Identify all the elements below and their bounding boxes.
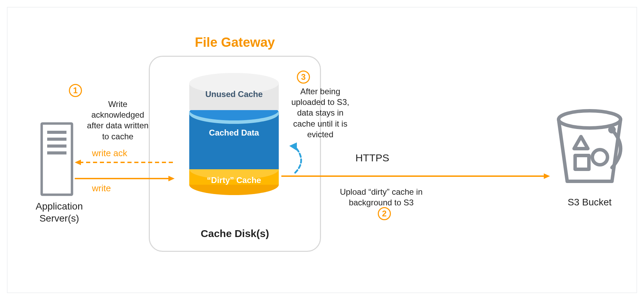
- step-1-description: Write acknowledged after data written to…: [85, 99, 150, 142]
- svg-marker-23: [289, 142, 297, 151]
- cylinder-cached-label: Cached Data: [187, 128, 281, 138]
- svg-marker-22: [544, 173, 550, 179]
- s3-bucket-icon: [552, 104, 627, 186]
- write-ack-label: write ack: [92, 148, 127, 159]
- step-2-description: Upload “dirty” cache in background to S3: [336, 186, 426, 208]
- svg-point-13: [559, 111, 621, 128]
- svg-rect-15: [575, 156, 589, 169]
- svg-rect-10: [47, 138, 66, 141]
- cylinder-dirty-label: “Dirty” Cache: [187, 175, 281, 185]
- https-label: HTTPS: [355, 152, 389, 164]
- evict-curved-arrow: [283, 138, 311, 176]
- write-arrow: [75, 175, 175, 182]
- https-arrow: [281, 173, 550, 180]
- svg-marker-18: [75, 160, 81, 165]
- svg-rect-12: [47, 151, 66, 154]
- step-3-description: After being uploaded to S3, data stays i…: [289, 86, 351, 140]
- svg-rect-9: [47, 131, 66, 134]
- application-server-label: Application Server(s): [25, 200, 94, 224]
- svg-point-16: [592, 150, 607, 165]
- svg-rect-8: [42, 124, 72, 195]
- step-1-badge: 1: [69, 84, 82, 97]
- write-ack-arrow: [75, 159, 175, 166]
- cylinder-unused-label: Unused Cache: [187, 89, 281, 99]
- app-server-text-1: Application Server(s): [36, 201, 83, 224]
- diagram-title: File Gateway: [149, 35, 321, 50]
- svg-marker-20: [168, 176, 175, 181]
- diagram-frame: File Gateway Unused Cache Cached Data “D…: [7, 7, 637, 293]
- step-2-badge: 2: [378, 207, 391, 220]
- cache-disk-label: Cache Disk(s): [149, 228, 321, 239]
- svg-point-14: [610, 128, 614, 132]
- cache-cylinder-icon: Unused Cache Cached Data “Dirty” Cache: [187, 69, 281, 217]
- step-3-badge: 3: [297, 71, 310, 84]
- svg-rect-11: [47, 144, 66, 148]
- s3-bucket-label: S3 Bucket: [552, 197, 627, 208]
- write-label: write: [92, 183, 111, 194]
- application-server-icon: [40, 122, 73, 196]
